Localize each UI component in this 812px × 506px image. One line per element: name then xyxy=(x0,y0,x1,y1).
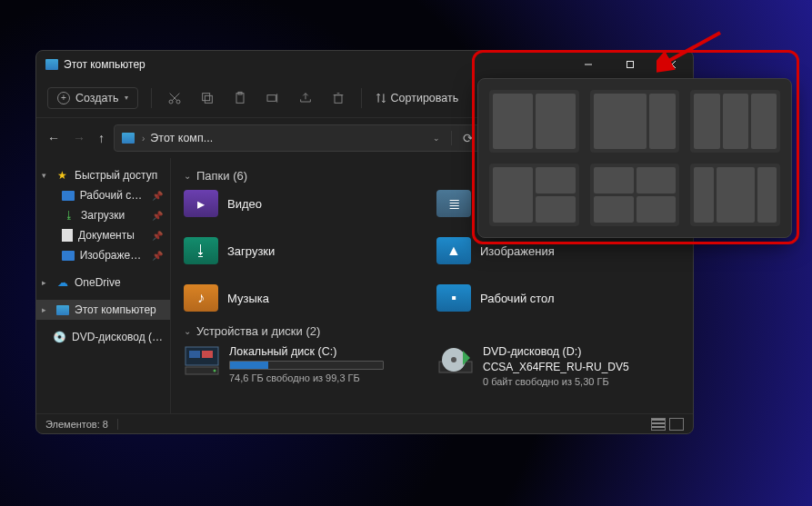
chevron-down-icon: ▾ xyxy=(42,171,50,180)
svg-point-23 xyxy=(214,370,216,372)
drive-d[interactable]: DVD-дисковод (D:) CCSA_X64FRE_RU-RU_DV5 … xyxy=(437,345,680,387)
separator xyxy=(117,419,118,430)
chevron-down-icon: ▾ xyxy=(125,94,128,102)
chevron-right-icon: ▸ xyxy=(42,278,50,287)
pictures-icon xyxy=(62,251,75,261)
svg-rect-14 xyxy=(335,94,342,103)
snap-layout-50-50[interactable] xyxy=(489,90,579,153)
star-icon: ★ xyxy=(55,169,69,182)
snap-layouts-flyout xyxy=(477,78,792,238)
chevron-right-icon: ▸ xyxy=(42,305,50,314)
svg-rect-21 xyxy=(202,351,213,358)
new-button[interactable]: + Создать ▾ xyxy=(47,87,138,109)
plus-icon: + xyxy=(57,92,70,104)
drives-grid: Локальный диск (C:) 74,6 ГБ свободно из … xyxy=(184,345,680,387)
group-header-devices[interactable]: ⌄ Устройства и диски (2) xyxy=(184,324,680,338)
this-pc-icon xyxy=(45,59,58,70)
disc-icon: 💿 xyxy=(53,331,66,343)
cut-button[interactable] xyxy=(165,88,185,108)
window-controls xyxy=(567,51,693,78)
svg-rect-12 xyxy=(267,94,276,101)
sort-label: Сортировать xyxy=(391,92,459,104)
drive-c-usage-bar xyxy=(229,361,384,370)
this-pc-icon xyxy=(55,303,69,316)
snap-layout-70-30[interactable] xyxy=(590,90,680,153)
rename-button[interactable] xyxy=(263,88,283,108)
drive-d-free-text: 0 байт свободно из 5,30 ГБ xyxy=(483,376,629,387)
title-bar: Этот компьютер xyxy=(36,51,693,78)
navigation-pane: ▾ ★ Быстрый доступ Рабочий стол 📌 ⭳ Загр… xyxy=(36,158,171,413)
snap-layout-thirds[interactable] xyxy=(690,90,780,153)
drive-d-volume-label: CCSA_X64FRE_RU-RU_DV5 xyxy=(483,361,629,373)
drive-d-info: DVD-дисковод (D:) CCSA_X64FRE_RU-RU_DV5 … xyxy=(483,345,629,387)
chevron-down-icon[interactable]: ⌄ xyxy=(433,134,440,143)
sidebar-item-downloads[interactable]: ⭳ Загрузки 📌 xyxy=(36,205,170,225)
sidebar-item-dvd[interactable]: 💿 DVD-дисковод (D:) xyxy=(36,327,170,347)
new-button-label: Создать xyxy=(75,92,119,104)
download-icon: ⭳ xyxy=(62,209,75,222)
separator xyxy=(361,88,362,108)
window-title: Этот компьютер xyxy=(64,58,567,71)
folder-music[interactable]: ♪ Музыка xyxy=(184,284,427,312)
status-bar: Элементов: 8 xyxy=(36,413,693,433)
downloads-icon: ⭳ xyxy=(184,237,218,264)
drive-c-free-text: 74,6 ГБ свободно из 99,3 ГБ xyxy=(229,372,384,383)
maximize-button[interactable] xyxy=(609,51,651,78)
sidebar-item-quick-access[interactable]: ▾ ★ Быстрый доступ xyxy=(36,165,170,185)
paste-button[interactable] xyxy=(230,88,250,108)
this-pc-icon xyxy=(122,133,135,144)
snap-layout-50-quarters[interactable] xyxy=(489,164,579,226)
drive-c[interactable]: Локальный диск (C:) 74,6 ГБ свободно из … xyxy=(184,345,426,387)
svg-rect-9 xyxy=(202,93,209,100)
desktop-icon: ▪ xyxy=(436,284,471,312)
sidebar-item-onedrive[interactable]: ▸ ☁ OneDrive xyxy=(36,273,170,293)
hard-drive-icon xyxy=(184,345,220,376)
pin-icon: 📌 xyxy=(152,231,163,241)
dvd-drive-icon xyxy=(437,345,474,376)
separator xyxy=(451,131,452,145)
view-toggle xyxy=(651,418,684,431)
svg-point-26 xyxy=(451,357,456,362)
delete-button[interactable] xyxy=(328,88,348,108)
drive-c-name: Локальный диск (C:) xyxy=(229,345,384,358)
pin-icon: 📌 xyxy=(152,251,163,261)
drive-d-name: DVD-дисковод (D:) xyxy=(483,345,629,358)
sidebar-item-this-pc[interactable]: ▸ Этот компьютер xyxy=(36,300,170,320)
document-icon xyxy=(62,229,73,242)
back-button[interactable]: ← xyxy=(47,131,60,145)
snap-layout-25-50-25[interactable] xyxy=(690,164,780,226)
minimize-button[interactable] xyxy=(567,51,609,78)
folder-videos[interactable]: ▸ Видео xyxy=(184,190,427,217)
folder-downloads[interactable]: ⭳ Загрузки xyxy=(184,237,427,264)
up-button[interactable]: ↑ xyxy=(98,131,105,145)
sidebar-item-pictures[interactable]: Изображения 📌 xyxy=(36,245,170,265)
tiles-view-button[interactable] xyxy=(669,418,684,431)
nav-arrows: ← → ↑ xyxy=(47,131,105,145)
forward-button[interactable]: → xyxy=(73,131,85,145)
sidebar-item-documents[interactable]: Документы 📌 xyxy=(36,225,170,245)
folder-desktop[interactable]: ▪ Рабочий стол xyxy=(436,284,680,312)
details-view-button[interactable] xyxy=(651,418,666,431)
pin-icon: 📌 xyxy=(152,191,163,201)
drive-c-info: Локальный диск (C:) 74,6 ГБ свободно из … xyxy=(229,345,384,387)
svg-rect-1 xyxy=(627,62,634,68)
separator xyxy=(151,88,152,108)
folder-pictures[interactable]: ▲ Изображения xyxy=(436,237,680,264)
svg-rect-8 xyxy=(205,95,212,103)
snap-layout-quarters[interactable] xyxy=(590,164,680,226)
desktop-icon xyxy=(62,191,75,201)
address-bar[interactable]: › Этот комп... ⌄ ⟳ xyxy=(114,124,482,152)
videos-icon: ▸ xyxy=(184,190,218,217)
share-button[interactable] xyxy=(296,88,316,108)
documents-icon: ≣ xyxy=(436,190,471,217)
copy-button[interactable] xyxy=(197,88,217,108)
music-icon: ♪ xyxy=(184,284,218,312)
sort-button[interactable]: Сортировать xyxy=(375,92,459,104)
pictures-icon: ▲ xyxy=(436,237,471,264)
item-count: Элементов: 8 xyxy=(45,419,108,430)
refresh-button[interactable]: ⟳ xyxy=(463,131,474,145)
close-button[interactable] xyxy=(651,51,693,78)
cloud-icon: ☁ xyxy=(55,276,69,289)
breadcrumb[interactable]: › Этот комп... xyxy=(142,132,213,144)
sidebar-item-desktop[interactable]: Рабочий стол 📌 xyxy=(36,185,170,205)
